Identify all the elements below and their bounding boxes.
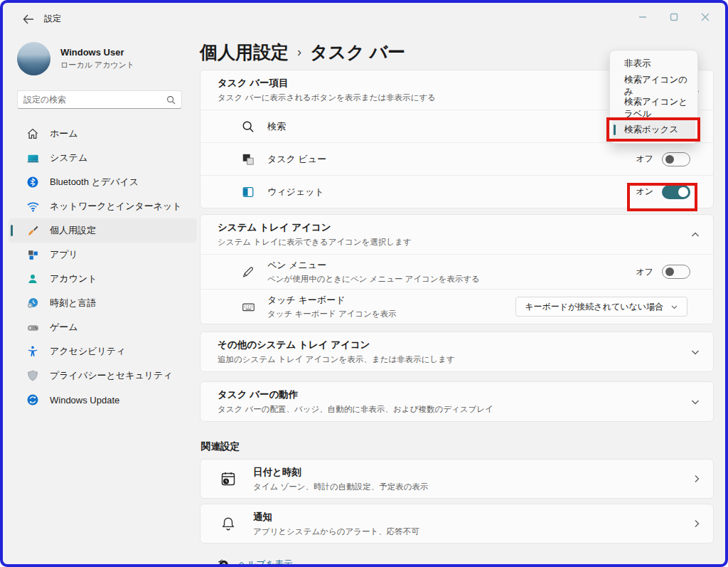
personalization-icon	[26, 223, 40, 238]
widgets-toggle[interactable]	[662, 185, 690, 199]
privacy-icon	[26, 369, 40, 383]
sidebar-item-bluetooth[interactable]: Bluetooth とデバイス	[9, 170, 197, 194]
get-help-link[interactable]: ? ヘルプを表示	[217, 558, 714, 567]
other-tray-card: その他のシステム トレイ アイコン 追加のシステム トレイ アイコンを表示、また…	[200, 332, 714, 372]
other-tray-header[interactable]: その他のシステム トレイ アイコン 追加のシステム トレイ アイコンを表示、また…	[200, 332, 713, 371]
close-button[interactable]	[690, 3, 721, 31]
apps-icon	[26, 248, 40, 262]
page-title: タスク バー	[310, 41, 405, 64]
pen-menu-toggle[interactable]	[662, 265, 690, 279]
task-view-state: オフ	[636, 153, 653, 165]
sidebar-item-accounts[interactable]: アカウント	[9, 267, 197, 291]
notifications-card[interactable]: 通知 アプリとシステムからのアラート、応答不可	[200, 504, 714, 544]
accessibility-icon	[26, 344, 40, 359]
date-time-card[interactable]: 日付と時刻 タイム ゾーン、時計の自動設定、予定表の表示	[200, 459, 714, 499]
sidebar-item-apps[interactable]: アプリ	[9, 243, 197, 267]
title-bar: 設定	[3, 3, 725, 35]
bluetooth-icon	[26, 175, 40, 189]
network-icon	[26, 199, 40, 213]
flyout-item-hidden[interactable]: 非表示	[612, 53, 695, 75]
task-view-row: タスク ビュー オフ	[200, 142, 713, 175]
minimize-button[interactable]	[627, 3, 658, 31]
sidebar: Windows User ローカル アカウント ホーム システム Bluetoo…	[6, 35, 200, 561]
sidebar-item-personalization[interactable]: 個人用設定	[9, 218, 197, 243]
avatar	[17, 42, 50, 75]
touch-keyboard-dropdown[interactable]: キーボードが接続されていない場合	[515, 297, 687, 317]
taskbar-behavior-header[interactable]: タスク バーの動作 タスク バーの配置、バッジ、自動的に非表示、および複数のディ…	[200, 382, 713, 421]
pen-icon	[240, 264, 256, 280]
breadcrumb-separator-icon: ›	[297, 45, 301, 60]
chevron-up-icon[interactable]	[690, 230, 700, 240]
system-tray-card: システム トレイ アイコン システム トレイに表示できるアイコンを選択します ペ…	[200, 214, 714, 324]
time-language-icon	[26, 296, 40, 310]
windows-update-icon	[26, 393, 40, 407]
related-settings-heading: 関連設定	[201, 440, 714, 453]
keyboard-icon	[240, 299, 256, 314]
sidebar-item-network[interactable]: ネットワークとインターネット	[9, 194, 197, 218]
sidebar-item-privacy[interactable]: プライバシーとセキュリティ	[9, 364, 197, 388]
touch-keyboard-row: タッチ キーボード タッチ キーボード アイコンを表示 キーボードが接続されてい…	[200, 289, 713, 324]
widgets-row: ウィジェット オン	[200, 175, 713, 208]
system-icon	[26, 151, 40, 165]
chevron-down-icon[interactable]	[690, 397, 700, 407]
pen-menu-state: オフ	[636, 266, 653, 278]
home-icon	[26, 127, 40, 141]
widgets-state: オン	[636, 186, 653, 198]
sidebar-item-windows-update[interactable]: Windows Update	[9, 388, 197, 412]
search-icon	[240, 119, 256, 134]
task-view-toggle[interactable]	[662, 152, 690, 166]
flyout-item-search-icon-label[interactable]: 検索アイコンとラベル	[612, 97, 695, 119]
search-icon	[166, 95, 176, 105]
sidebar-item-gaming[interactable]: ゲーム	[9, 315, 197, 339]
svg-text:?: ?	[222, 562, 225, 567]
breadcrumb-personalization[interactable]: 個人用設定	[200, 41, 289, 64]
maximize-button[interactable]	[658, 3, 690, 31]
task-view-icon	[240, 152, 256, 167]
help-icon: ?	[217, 558, 230, 567]
chevron-right-icon	[692, 519, 702, 529]
chevron-down-icon[interactable]	[690, 347, 700, 357]
flyout-item-search-box[interactable]: 検索ボックス	[612, 119, 695, 141]
user-name: Windows User	[60, 47, 134, 58]
system-tray-header[interactable]: システム トレイ アイコン システム トレイに表示できるアイコンを選択します	[200, 215, 713, 254]
search-input[interactable]	[23, 95, 166, 105]
sidebar-item-system[interactable]: システム	[9, 146, 197, 170]
user-profile[interactable]: Windows User ローカル アカウント	[17, 42, 200, 75]
back-button[interactable]	[18, 9, 38, 29]
sidebar-item-home[interactable]: ホーム	[9, 122, 197, 146]
chevron-right-icon	[692, 474, 702, 484]
sidebar-item-time-language[interactable]: 時刻と言語	[9, 291, 197, 315]
settings-search[interactable]	[17, 90, 182, 109]
sidebar-nav: ホーム システム Bluetooth とデバイス ネットワークとインターネット …	[9, 122, 197, 412]
settings-window: 設定 Windows User ローカル アカウント ホーム	[0, 0, 728, 567]
app-title: 設定	[44, 13, 61, 25]
widgets-icon	[240, 184, 256, 200]
account-type: ローカル アカウント	[60, 60, 134, 70]
bell-icon	[219, 514, 237, 533]
chevron-down-icon	[670, 303, 678, 311]
flyout-item-search-icon-only[interactable]: 検索アイコンのみ	[612, 75, 695, 97]
gaming-icon	[26, 320, 40, 334]
accounts-icon	[26, 272, 40, 286]
search-mode-flyout: 非表示 検索アイコンのみ 検索アイコンとラベル 検索ボックス	[609, 50, 698, 144]
sidebar-item-accessibility[interactable]: アクセシビリティ	[9, 339, 197, 364]
taskbar-behavior-card: タスク バーの動作 タスク バーの配置、バッジ、自動的に非表示、および複数のディ…	[200, 381, 714, 422]
date-time-icon	[219, 470, 237, 488]
pen-menu-row: ペン メニュー ペンが使用中のときにペン メニュー アイコンを表示する オフ	[200, 254, 713, 289]
